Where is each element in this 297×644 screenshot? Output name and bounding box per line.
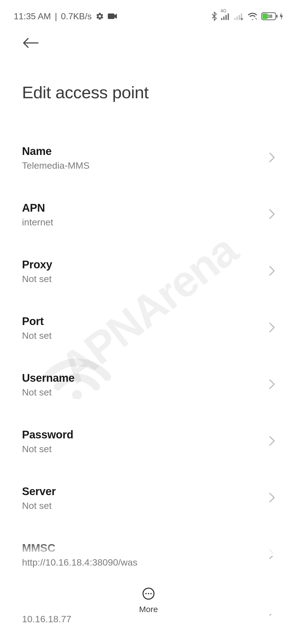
status-right: 4G 38 bbox=[211, 12, 283, 21]
setting-label: MMSC bbox=[22, 542, 138, 554]
svg-rect-6 bbox=[234, 18, 236, 20]
status-time: 11:35 AM bbox=[14, 11, 51, 21]
svg-point-16 bbox=[145, 593, 147, 594]
more-label: More bbox=[139, 605, 158, 614]
setting-value: internet bbox=[22, 217, 53, 228]
more-icon bbox=[142, 587, 155, 601]
setting-label: APN bbox=[22, 202, 53, 214]
svg-point-10 bbox=[254, 17, 257, 20]
status-left: 11:35 AM | 0.7KB/s bbox=[14, 11, 117, 21]
setting-value: Not set bbox=[22, 444, 73, 454]
status-separator: | bbox=[55, 11, 57, 21]
page-header: Edit access point bbox=[0, 25, 297, 105]
setting-row-username[interactable]: Username Not set bbox=[22, 356, 275, 413]
svg-rect-2 bbox=[221, 18, 222, 20]
setting-value: Not set bbox=[22, 274, 52, 284]
setting-value: 10.16.18.77 bbox=[22, 614, 80, 624]
status-data-rate: 0.7KB/s bbox=[61, 11, 92, 21]
svg-rect-12 bbox=[262, 13, 268, 19]
more-button[interactable]: More bbox=[139, 587, 158, 614]
setting-value: Not set bbox=[22, 500, 56, 511]
setting-row-port[interactable]: Port Not set bbox=[22, 300, 275, 356]
signal-4g-icon: 4G bbox=[221, 12, 230, 20]
chevron-right-icon bbox=[269, 209, 275, 220]
setting-label: Username bbox=[22, 372, 75, 384]
gear-icon bbox=[96, 12, 104, 20]
chevron-right-icon bbox=[269, 492, 275, 504]
setting-row-name[interactable]: Name Telemedia-MMS bbox=[22, 135, 275, 186]
setting-row-server[interactable]: Server Not set bbox=[22, 470, 275, 526]
signal-no-sim-icon bbox=[234, 12, 244, 20]
svg-point-18 bbox=[150, 593, 152, 594]
wifi-icon bbox=[248, 12, 257, 20]
chevron-right-icon bbox=[269, 549, 275, 561]
status-bar: 11:35 AM | 0.7KB/s 4G 38 bbox=[0, 0, 297, 25]
svg-rect-1 bbox=[108, 13, 114, 19]
setting-value: http://10.16.18.4:38090/was bbox=[22, 557, 138, 568]
settings-list: Name Telemedia-MMS APN internet Proxy No… bbox=[0, 105, 297, 627]
bluetooth-icon bbox=[211, 12, 217, 21]
chevron-right-icon bbox=[269, 152, 275, 164]
setting-value: Telemedia-MMS bbox=[22, 160, 90, 171]
setting-label: Server bbox=[22, 485, 56, 498]
setting-row-apn[interactable]: APN internet bbox=[22, 186, 275, 243]
svg-text:38: 38 bbox=[267, 14, 273, 19]
camera-icon bbox=[108, 13, 117, 20]
chevron-right-icon bbox=[269, 436, 275, 447]
chevron-right-icon bbox=[269, 322, 275, 334]
svg-point-17 bbox=[148, 593, 149, 594]
page-title: Edit access point bbox=[22, 83, 275, 102]
chevron-right-icon bbox=[269, 379, 275, 391]
back-arrow-icon bbox=[22, 37, 39, 48]
setting-row-password[interactable]: Password Not set bbox=[22, 413, 275, 470]
svg-rect-4 bbox=[226, 15, 227, 20]
setting-row-mmsc[interactable]: MMSC http://10.16.18.4:38090/was bbox=[22, 526, 275, 583]
setting-value: Not set bbox=[22, 387, 75, 398]
svg-rect-5 bbox=[228, 13, 229, 20]
svg-rect-13 bbox=[276, 15, 277, 18]
setting-value: Not set bbox=[22, 330, 52, 341]
setting-label: Name bbox=[22, 145, 90, 157]
chevron-right-icon bbox=[269, 266, 275, 277]
svg-rect-8 bbox=[239, 15, 240, 20]
bottom-actions: More bbox=[0, 580, 297, 614]
setting-row-proxy[interactable]: Proxy Not set bbox=[22, 243, 275, 300]
setting-label: Password bbox=[22, 429, 73, 441]
setting-label: Proxy bbox=[22, 258, 52, 271]
svg-rect-7 bbox=[237, 17, 238, 20]
battery-icon: 38 bbox=[261, 12, 283, 20]
back-button[interactable] bbox=[22, 35, 39, 52]
setting-label: Port bbox=[22, 315, 52, 328]
svg-rect-3 bbox=[223, 17, 225, 20]
